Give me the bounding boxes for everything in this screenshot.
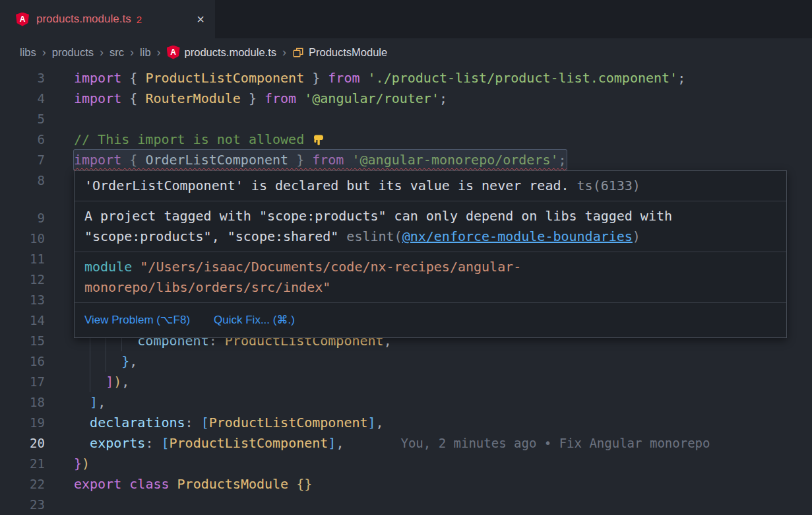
tab-products-module-ts[interactable]: products.module.ts 2 × <box>0 0 215 38</box>
line-number[interactable]: 16 <box>0 351 45 372</box>
code-line-23[interactable]: 23 <box>0 495 812 515</box>
code-line-5[interactable]: 5 <box>0 109 812 129</box>
diagnostic-hover-popup: 'OrderListComponent' is declared but its… <box>74 170 787 338</box>
breadcrumb-separator: › <box>124 46 140 59</box>
code-line-content[interactable]: import { RouterModule } from '@angular/r… <box>74 88 812 109</box>
close-icon[interactable]: × <box>179 13 204 26</box>
breadcrumb-label: libs <box>20 46 36 59</box>
code-line-22[interactable]: 22export class ProductsModule {} <box>0 474 812 495</box>
code-line-content[interactable]: import { ProductListComponent } from './… <box>74 68 812 88</box>
code-token: import <box>74 152 121 168</box>
tab-title: products.module.ts <box>36 13 131 26</box>
line-number[interactable]: 20 <box>0 433 45 454</box>
code-token: ] <box>90 394 98 410</box>
breadcrumb-item-src[interactable]: src <box>109 46 124 59</box>
line-number[interactable]: 19 <box>0 413 45 433</box>
code-token: [ <box>161 435 169 451</box>
line-number[interactable]: 22 <box>0 474 45 495</box>
line-number[interactable]: 6 <box>0 129 45 150</box>
code-token: : <box>145 435 161 451</box>
line-number[interactable]: 13 <box>0 290 45 310</box>
code-token: , <box>336 435 344 451</box>
code-text: }) <box>74 454 90 474</box>
hover-text-line: module "/Users/isaac/Documents/code/nx-r… <box>84 257 776 277</box>
breadcrumb-item-products[interactable]: products <box>52 46 94 59</box>
code-token: class <box>129 476 169 492</box>
code-line-content[interactable] <box>74 109 812 129</box>
angular-icon <box>167 46 180 59</box>
code-token: ; <box>559 152 567 168</box>
code-text: declarations: [ProductListComponent], <box>74 413 384 433</box>
line-number[interactable]: 12 <box>0 269 45 290</box>
code-line-content[interactable]: }, <box>74 351 812 372</box>
line-number[interactable]: 21 <box>0 454 45 474</box>
line-number[interactable]: 17 <box>0 372 45 392</box>
code-line-content[interactable] <box>74 495 812 515</box>
line-number[interactable]: 10 <box>0 228 45 249</box>
code-line-content[interactable]: }) <box>74 454 812 474</box>
breadcrumb-item-productsmodule[interactable]: ProductsModule <box>292 46 387 59</box>
code-token: {} <box>296 476 312 492</box>
code-token: { <box>121 152 145 168</box>
code-line-17[interactable]: 17 ]), <box>0 372 812 392</box>
code-token: } <box>241 90 265 106</box>
breadcrumb-item-products-module-ts[interactable]: products.module.ts <box>167 46 276 59</box>
line-number[interactable]: 5 <box>0 109 45 129</box>
code-token: ) <box>82 456 90 471</box>
line-number[interactable]: 14 <box>0 310 45 331</box>
hover-text: ) <box>633 228 640 244</box>
code-token: // This import is not allowed <box>74 131 312 147</box>
symbol-class-icon <box>292 46 304 58</box>
line-number[interactable]: 23 <box>0 495 45 515</box>
hover-text-line: 'OrderListComponent' is declared but its… <box>84 176 776 196</box>
breadcrumb-item-libs[interactable]: libs <box>20 46 36 59</box>
hover-text <box>132 259 140 275</box>
code-token <box>74 415 90 430</box>
code-token: ] <box>368 415 376 430</box>
breadcrumb-item-lib[interactable]: lib <box>140 46 151 59</box>
code-token: './product-list/product-list.component' <box>368 70 678 86</box>
hover-text: "scope:products", "scope:shared" <box>84 228 346 244</box>
code-line-6[interactable]: 6// This import is not allowed <box>0 129 812 150</box>
line-number[interactable]: 15 <box>0 331 45 351</box>
code-token <box>74 394 90 410</box>
code-token: declarations <box>90 415 185 430</box>
error-underlined-code: import { OrderListComponent } from '@ang… <box>74 150 567 170</box>
code-line-18[interactable]: 18 ], <box>0 392 812 413</box>
code-line-content[interactable]: export class ProductsModule {} <box>74 474 812 495</box>
code-line-3[interactable]: 3import { ProductListComponent } from '.… <box>0 68 812 88</box>
line-number[interactable]: 9 <box>0 208 45 228</box>
view-problem-action[interactable]: View Problem (⌥F8) <box>84 310 190 330</box>
line-number[interactable]: 3 <box>0 68 45 88</box>
code-line-21[interactable]: 21}) <box>0 454 812 474</box>
line-number[interactable]: 18 <box>0 392 45 413</box>
line-number[interactable]: 11 <box>0 249 45 269</box>
hover-text: A project tagged with "scope:products" c… <box>84 208 672 224</box>
code-line-content[interactable]: declarations: [ProductListComponent], <box>74 413 812 433</box>
eslint-rule-link[interactable]: @nx/enforce-module-boundaries <box>402 228 633 244</box>
breadcrumb-separator: › <box>94 46 109 59</box>
code-line-content[interactable]: ], <box>74 392 812 413</box>
code-line-19[interactable]: 19 declarations: [ProductListComponent], <box>0 413 812 433</box>
code-line-content[interactable]: ]), <box>74 372 812 392</box>
code-line-7[interactable]: 7import { OrderListComponent } from '@an… <box>0 150 812 170</box>
code-token <box>360 70 368 86</box>
code-line-20[interactable]: 20 exports: [ProductListComponent],You, … <box>0 433 812 454</box>
code-line-content[interactable]: // This import is not allowed <box>74 129 812 150</box>
line-number[interactable]: 8 <box>0 170 45 191</box>
hover-section: module "/Users/isaac/Documents/code/nx-r… <box>75 252 786 303</box>
line-number[interactable]: 4 <box>0 88 45 109</box>
code-line-4[interactable]: 4import { RouterModule } from '@angular/… <box>0 88 812 109</box>
code-token <box>170 476 177 492</box>
hover-text-line: "scope:products", "scope:shared" eslint(… <box>84 226 776 247</box>
code-token: { <box>121 90 145 106</box>
hover-section: 'OrderListComponent' is declared but its… <box>75 171 786 201</box>
code-token: from <box>312 152 344 168</box>
line-number[interactable]: 7 <box>0 150 45 170</box>
code-line-content[interactable]: exports: [ProductListComponent],You, 2 m… <box>74 433 812 454</box>
quick-fix-action[interactable]: Quick Fix... (⌘.) <box>214 310 295 330</box>
code-line-16[interactable]: 16 }, <box>0 351 812 372</box>
code-token: RouterModule <box>145 90 241 106</box>
code-line-content[interactable]: import { OrderListComponent } from '@ang… <box>74 150 812 170</box>
code-token: : <box>185 415 201 430</box>
